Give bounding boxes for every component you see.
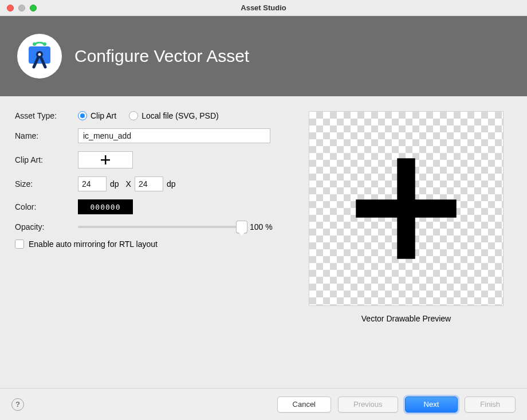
radio-label: Clip Art — [91, 111, 116, 120]
opacity-label: Opacity: — [15, 222, 78, 231]
size-separator: X — [126, 179, 131, 189]
svg-rect-6 — [101, 159, 110, 160]
opacity-value: 100 % — [250, 222, 277, 231]
asset-type-label: Asset Type: — [15, 111, 78, 120]
finish-button[interactable]: Finish — [465, 397, 516, 413]
size-label: Size: — [15, 179, 78, 189]
wizard-title: Configure Vector Asset — [74, 46, 249, 66]
wizard-header: Configure Vector Asset — [0, 16, 527, 96]
color-picker-button[interactable]: 000000 — [78, 199, 133, 214]
plus-icon — [100, 154, 111, 166]
preview-caption: Vector Drawable Preview — [361, 314, 451, 323]
radio-label: Local file (SVG, PSD) — [141, 111, 219, 120]
size-unit-dp: dp — [167, 179, 176, 189]
wizard-footer: ? Cancel Previous Next Finish — [0, 388, 527, 420]
name-label: Name: — [15, 131, 78, 140]
name-input[interactable] — [78, 128, 270, 143]
next-button[interactable]: Next — [405, 397, 458, 413]
content-area: Asset Type: Clip Art Local file (SVG, PS… — [0, 96, 527, 371]
window-title: Asset Studio — [0, 3, 527, 12]
preview-column: Vector Drawable Preview — [300, 111, 512, 371]
plus-icon — [329, 131, 483, 286]
previous-button[interactable]: Previous — [338, 397, 398, 413]
clipart-picker-button[interactable] — [78, 151, 133, 168]
vector-preview — [309, 111, 504, 306]
radio-checked-icon — [78, 111, 87, 120]
rtl-mirroring-label: Enable auto mirroring for RTL layout — [29, 240, 158, 249]
radio-unchecked-icon — [129, 111, 138, 120]
rtl-mirroring-checkbox[interactable] — [15, 240, 24, 249]
form-column: Asset Type: Clip Art Local file (SVG, PS… — [15, 111, 277, 371]
cancel-button[interactable]: Cancel — [277, 397, 331, 413]
slider-thumb[interactable] — [236, 221, 247, 233]
color-value: 000000 — [91, 203, 121, 211]
size-height-input[interactable] — [135, 176, 163, 191]
svg-rect-8 — [356, 199, 457, 218]
size-unit-dp: dp — [110, 179, 119, 189]
color-label: Color: — [15, 202, 78, 211]
asset-type-clipart-radio[interactable]: Clip Art — [78, 111, 116, 120]
asset-type-radio-group: Clip Art Local file (SVG, PSD) — [78, 111, 219, 120]
asset-type-localfile-radio[interactable]: Local file (SVG, PSD) — [129, 111, 219, 120]
size-width-input[interactable] — [78, 176, 107, 191]
titlebar: Asset Studio — [0, 0, 527, 16]
svg-point-4 — [38, 53, 41, 56]
help-button[interactable]: ? — [11, 398, 24, 411]
android-studio-icon — [17, 34, 62, 78]
clipart-label: Clip Art: — [15, 155, 78, 164]
opacity-slider[interactable] — [78, 226, 242, 228]
